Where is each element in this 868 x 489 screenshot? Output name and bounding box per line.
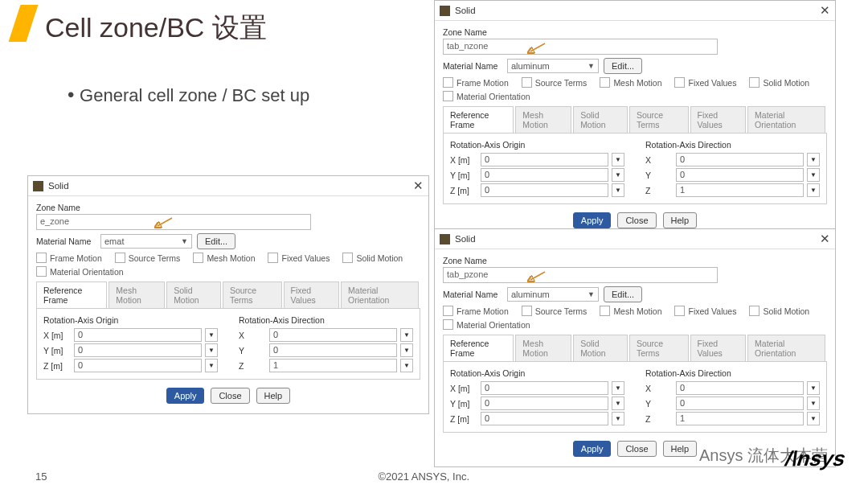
- source-terms-checkbox[interactable]: Source Terms: [115, 253, 181, 263]
- origin-z-input[interactable]: 0: [481, 183, 608, 197]
- apply-button[interactable]: Apply: [166, 388, 205, 404]
- origin-x-dropdown[interactable]: ▼: [205, 328, 218, 342]
- zone-name-input[interactable]: tab_pzone: [443, 267, 718, 283]
- origin-x-input[interactable]: 0: [481, 381, 608, 395]
- tab-reference-frame[interactable]: Reference Frame: [443, 335, 514, 361]
- origin-y-dropdown[interactable]: ▼: [612, 397, 624, 410]
- rotation-direction-label: Rotation-Axis Direction: [645, 140, 820, 150]
- tab-mesh-motion[interactable]: Mesh Motion: [515, 335, 571, 361]
- solid-motion-checkbox[interactable]: Solid Motion: [749, 306, 809, 316]
- tab-source-terms[interactable]: Source Terms: [223, 281, 282, 308]
- apply-button[interactable]: Apply: [573, 212, 612, 228]
- origin-z-input[interactable]: 0: [74, 359, 202, 372]
- tab-material-orientation[interactable]: Material Orientation: [747, 335, 825, 361]
- direction-x-input[interactable]: 0: [269, 328, 397, 342]
- origin-y-input[interactable]: 0: [481, 168, 608, 182]
- origin-z-dropdown[interactable]: ▼: [612, 412, 624, 425]
- close-button[interactable]: Close: [211, 388, 249, 404]
- material-name-select[interactable]: aluminum ▼: [507, 59, 599, 73]
- edit-material-button[interactable]: Edit...: [604, 58, 642, 74]
- direction-z-dropdown[interactable]: ▼: [807, 412, 820, 425]
- apply-button[interactable]: Apply: [573, 441, 612, 457]
- material-name-select[interactable]: aluminum ▼: [507, 287, 599, 302]
- help-button[interactable]: Help: [663, 212, 698, 228]
- tab-fixed-values[interactable]: Fixed Values: [690, 335, 747, 361]
- origin-z-dropdown[interactable]: ▼: [205, 359, 218, 372]
- fixed-values-checkbox[interactable]: Fixed Values: [674, 77, 736, 88]
- origin-y-dropdown[interactable]: ▼: [205, 343, 218, 357]
- origin-x-dropdown[interactable]: ▼: [612, 381, 624, 395]
- dialog-close-button[interactable]: ✕: [820, 3, 830, 18]
- material-name-select[interactable]: emat ▼: [100, 234, 192, 249]
- mesh-motion-checkbox[interactable]: Mesh Motion: [193, 253, 255, 263]
- fixed-values-checkbox[interactable]: Fixed Values: [674, 306, 736, 316]
- close-button[interactable]: Close: [617, 212, 656, 228]
- origin-z-dropdown[interactable]: ▼: [612, 183, 624, 197]
- direction-x-input[interactable]: 0: [676, 381, 804, 395]
- tab-mesh-motion[interactable]: Mesh Motion: [515, 106, 571, 133]
- close-button[interactable]: Close: [617, 441, 656, 457]
- tab-source-terms[interactable]: Source Terms: [629, 335, 689, 361]
- origin-z-input[interactable]: 0: [481, 412, 608, 425]
- direction-z-input[interactable]: 1: [676, 183, 804, 197]
- tab-fixed-values[interactable]: Fixed Values: [690, 106, 747, 133]
- solid-motion-checkbox[interactable]: Solid Motion: [342, 253, 403, 263]
- mesh-motion-checkbox[interactable]: Mesh Motion: [600, 306, 661, 316]
- tab-material-orientation[interactable]: Material Orientation: [341, 281, 419, 308]
- material-orientation-checkbox[interactable]: Material Orientation: [443, 319, 530, 330]
- solid-motion-checkbox[interactable]: Solid Motion: [749, 77, 809, 88]
- direction-y-input[interactable]: 0: [676, 168, 804, 182]
- tab-reference-frame[interactable]: Reference Frame: [443, 106, 514, 133]
- tab-material-orientation[interactable]: Material Orientation: [747, 106, 825, 133]
- fixed-values-checkbox[interactable]: Fixed Values: [268, 253, 330, 263]
- reference-frame-pane: Rotation-Axis Origin X [m]0▼ Y [m]0▼ Z […: [443, 134, 827, 204]
- frame-motion-checkbox[interactable]: Frame Motion: [443, 306, 509, 316]
- axis-z-label: Z [m]: [450, 414, 477, 424]
- tab-solid-motion[interactable]: Solid Motion: [166, 281, 221, 308]
- frame-motion-checkbox[interactable]: Frame Motion: [443, 77, 509, 88]
- direction-x-dropdown[interactable]: ▼: [400, 328, 413, 342]
- dialog-close-button[interactable]: ✕: [413, 179, 424, 193]
- frame-motion-checkbox[interactable]: Frame Motion: [36, 253, 102, 263]
- origin-y-input[interactable]: 0: [481, 397, 608, 410]
- direction-y-input[interactable]: 0: [676, 397, 804, 410]
- tab-reference-frame[interactable]: Reference Frame: [36, 281, 107, 308]
- tab-solid-motion[interactable]: Solid Motion: [573, 106, 628, 133]
- zone-name-input[interactable]: e_zone: [36, 214, 311, 230]
- caret-down-icon: ▼: [181, 237, 188, 245]
- direction-y-input[interactable]: 0: [269, 343, 397, 357]
- source-terms-checkbox[interactable]: Source Terms: [522, 306, 588, 316]
- direction-y-dropdown[interactable]: ▼: [807, 168, 820, 182]
- direction-x-input[interactable]: 0: [676, 153, 804, 166]
- direction-z-input[interactable]: 1: [676, 412, 804, 425]
- zone-name-input[interactable]: tab_nzone: [443, 39, 718, 55]
- mesh-motion-checkbox[interactable]: Mesh Motion: [600, 77, 661, 88]
- edit-material-button[interactable]: Edit...: [604, 286, 642, 302]
- tab-mesh-motion[interactable]: Mesh Motion: [108, 281, 165, 308]
- origin-y-dropdown[interactable]: ▼: [612, 168, 624, 182]
- material-orientation-checkbox[interactable]: Material Orientation: [36, 266, 124, 277]
- dialog-close-button[interactable]: ✕: [820, 232, 830, 246]
- material-orientation-checkbox[interactable]: Material Orientation: [443, 91, 530, 101]
- origin-x-input[interactable]: 0: [74, 328, 202, 342]
- help-button[interactable]: Help: [663, 441, 698, 457]
- direction-z-input[interactable]: 1: [269, 359, 397, 372]
- tab-source-terms[interactable]: Source Terms: [629, 106, 689, 133]
- source-terms-checkbox[interactable]: Source Terms: [522, 77, 588, 88]
- slide-title: Cell zone/BC 设置: [45, 10, 267, 47]
- direction-x-dropdown[interactable]: ▼: [807, 381, 820, 395]
- origin-x-dropdown[interactable]: ▼: [612, 153, 624, 166]
- direction-x-dropdown[interactable]: ▼: [807, 153, 820, 166]
- help-button[interactable]: Help: [256, 388, 291, 404]
- direction-y-dropdown[interactable]: ▼: [400, 343, 413, 357]
- direction-y-dropdown[interactable]: ▼: [807, 397, 820, 410]
- dialog-header: Solid ✕: [435, 229, 835, 249]
- direction-z-dropdown[interactable]: ▼: [400, 359, 413, 372]
- direction-z-dropdown[interactable]: ▼: [807, 183, 820, 197]
- tab-fixed-values[interactable]: Fixed Values: [284, 281, 340, 308]
- edit-material-button[interactable]: Edit...: [197, 233, 235, 249]
- origin-x-input[interactable]: 0: [481, 153, 608, 166]
- origin-y-input[interactable]: 0: [74, 343, 202, 357]
- tab-solid-motion[interactable]: Solid Motion: [573, 335, 628, 361]
- rotation-direction-label: Rotation-Axis Direction: [645, 368, 820, 378]
